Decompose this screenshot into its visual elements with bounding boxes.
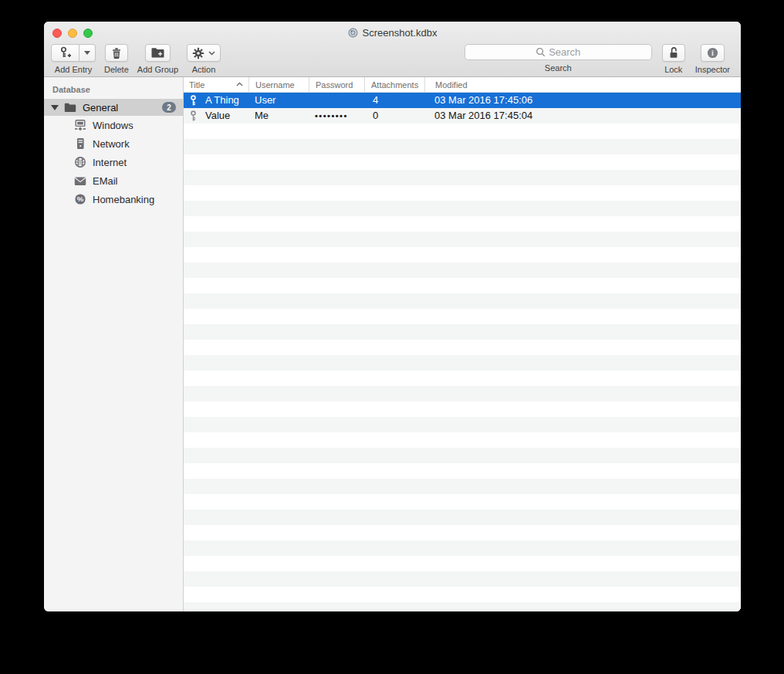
search-input[interactable]: Search [465,44,652,60]
action-label: Action [192,65,216,74]
sidebar-item-internet[interactable]: Internet [44,153,183,171]
add-entry-group: Add Entry [51,44,96,74]
globe-icon [74,156,86,168]
add-entry-dropdown-button[interactable] [79,44,96,62]
action-button[interactable] [187,44,221,62]
entry-modified: 03 Mar 2016 17:45:04 [424,108,741,124]
delete-button[interactable] [105,44,128,62]
add-entry-label: Add Entry [55,65,92,74]
entry-title: A Thing [205,93,239,108]
sidebar-item-label: General [83,102,162,113]
add-group-group: Add Group [137,44,178,74]
entry-attachments: 0 [364,108,424,124]
sidebar-item-windows[interactable]: Windows [44,116,183,134]
toolbar-right-group: Search Search Lock i [465,44,730,74]
add-group-button[interactable] [145,44,171,62]
add-group-label: Add Group [137,65,178,74]
chevron-down-icon [208,51,215,56]
app-window: Screenshot.kdbx [44,22,741,611]
sidebar-section-database: Database [52,85,183,94]
inspector-button[interactable]: i [701,44,725,62]
sidebar-item-email[interactable]: EMail [44,171,183,190]
sidebar-item-label: Homebanking [93,194,154,205]
sidebar-item-network[interactable]: Network [44,134,183,153]
folder-plus-icon [150,47,165,59]
window-title-bar: Screenshot.kdbx [44,27,741,39]
entry-table: Title Username Password Attachments Modi… [184,77,741,611]
key-icon [188,110,198,122]
percent-icon: % [74,193,86,205]
column-header-username[interactable]: Username [248,77,309,92]
column-header-modified[interactable]: Modified [424,77,741,92]
table-row[interactable]: Value Me •••••••• 0 03 Mar 2016 17:45:04 [184,108,741,124]
add-entry-button[interactable] [51,44,79,62]
search-icon [536,47,546,57]
search-placeholder: Search [549,46,580,58]
entry-title: Value [205,108,230,124]
search-group: Search Search [465,44,652,73]
trash-icon [110,47,123,59]
column-header-title[interactable]: Title [184,77,248,92]
delete-label: Delete [104,65,129,74]
entry-attachments: 4 [364,93,424,108]
envelope-icon [74,176,86,186]
lock-label: Lock [664,65,682,74]
delete-group: Delete [104,44,129,74]
caret-down-icon [84,51,90,55]
table-header: Title Username Password Attachments Modi… [184,77,741,93]
disclosure-triangle-icon[interactable] [51,105,59,110]
entry-password [309,93,364,108]
action-group: Action [187,44,221,74]
inspector-group: i Inspector [695,44,730,74]
info-icon: i [706,46,719,59]
sidebar-item-label: Internet [93,157,127,168]
sidebar-item-homebanking[interactable]: % Homebanking [44,190,183,208]
entry-username: User [248,93,309,108]
sidebar-item-label: EMail [93,175,118,187]
folder-icon [64,103,76,113]
column-header-password[interactable]: Password [309,77,364,92]
content-area: Database General 2 Windows [44,77,741,611]
key-icon [188,95,198,107]
toolbar: Screenshot.kdbx [44,22,741,77]
sort-asc-icon [236,82,243,86]
sidebar-item-label: Windows [93,120,133,131]
svg-text:%: % [77,195,84,203]
svg-text:i: i [711,49,714,57]
table-rows-area: A Thing User 4 03 Mar 2016 17:45:06 Valu… [184,93,741,611]
document-icon [348,28,358,38]
key-plus-icon [59,46,72,59]
lock-button[interactable] [662,44,685,62]
window-title: Screenshot.kdbx [363,27,438,39]
gear-icon [192,47,204,59]
entry-modified: 03 Mar 2016 17:45:06 [424,93,741,108]
windows-icon [74,120,86,131]
server-icon [74,137,86,150]
sidebar: Database General 2 Windows [44,77,184,611]
inspector-label: Inspector [695,65,730,74]
column-header-attachments[interactable]: Attachments [364,77,424,92]
lock-group: Lock [662,44,685,74]
table-row[interactable]: A Thing User 4 03 Mar 2016 17:45:06 [184,93,741,108]
sidebar-item-general[interactable]: General 2 [44,99,183,116]
entry-password: •••••••• [309,108,364,124]
toolbar-left-group: Add Entry Delete [51,44,221,74]
sidebar-item-label: Network [93,138,130,150]
entry-username: Me [248,108,309,124]
search-label: Search [545,63,572,73]
lock-open-icon [667,46,680,59]
entry-count-badge: 2 [162,102,176,113]
